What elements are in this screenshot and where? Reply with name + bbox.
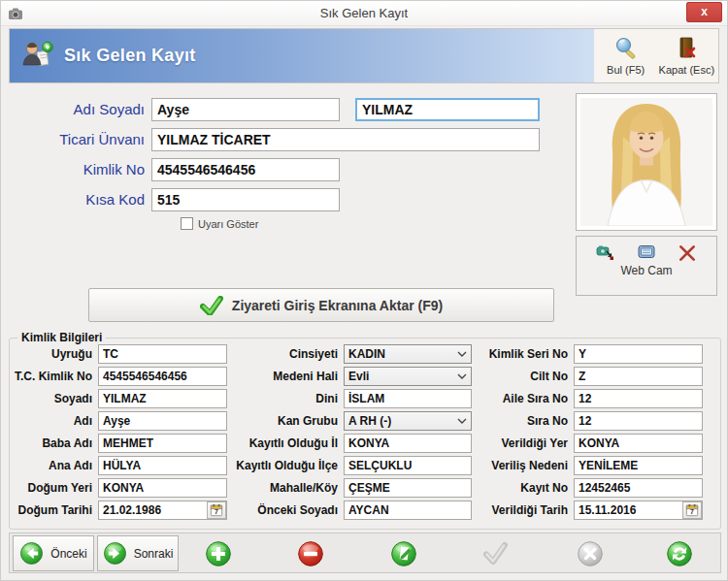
- field-label: Dini: [230, 392, 344, 405]
- field-label: Kimlik Seri No: [465, 347, 574, 361]
- issue-place-input[interactable]: [574, 434, 703, 453]
- camera-capture-icon: [596, 243, 615, 261]
- identity-column-1: Uyruğu T.C. Kimlik No Soyadı Adı Baba Ad…: [11, 342, 227, 521]
- field-label: Medeni Hali: [230, 370, 344, 383]
- app-window: Sık Gelen Kayıt x Sık Gelen Kayıt: [0, 0, 728, 581]
- first-name-input[interactable]: [151, 98, 340, 121]
- calendar-icon: 7: [685, 503, 699, 517]
- tc-id-input[interactable]: [98, 367, 227, 386]
- person-add-icon: [19, 39, 54, 74]
- add-record-button[interactable]: [205, 540, 232, 567]
- refresh-button[interactable]: [666, 540, 693, 567]
- previous-arrow-icon: [19, 541, 44, 565]
- field-label: Cilt No: [465, 370, 574, 383]
- registered-district-input[interactable]: [344, 456, 472, 475]
- window-close-button[interactable]: x: [686, 2, 722, 22]
- birth-place-input[interactable]: [98, 478, 227, 498]
- confirm-button[interactable]: [481, 540, 509, 567]
- blood-type-select[interactable]: A RH (-): [344, 411, 472, 431]
- svg-text:7: 7: [215, 508, 218, 515]
- close-form-button-label: Kapat (Esc): [659, 64, 714, 76]
- surname-input[interactable]: [98, 389, 227, 408]
- delete-record-button[interactable]: [297, 540, 324, 567]
- visitor-photo: [580, 98, 712, 226]
- warning-checkbox-label: Uyarı Göster: [198, 218, 258, 230]
- next-record-button[interactable]: Sonraki: [97, 535, 179, 571]
- short-code-label: Kısa Kod: [18, 188, 145, 211]
- field-label: T.C. Kimlik No: [11, 370, 98, 383]
- record-no-input[interactable]: [574, 478, 703, 498]
- previous-surname-input[interactable]: [344, 500, 472, 520]
- mother-name-input[interactable]: [98, 456, 227, 475]
- short-code-input[interactable]: [151, 188, 340, 211]
- family-order-no-input[interactable]: [574, 389, 703, 408]
- window-title: Sık Gelen Kayıt: [1, 6, 727, 20]
- registered-province-input[interactable]: [344, 434, 472, 453]
- name-input[interactable]: [98, 411, 227, 431]
- religion-input[interactable]: [344, 389, 472, 408]
- clear-photo-button[interactable]: [678, 243, 697, 261]
- webcam-label: Web Cam: [577, 264, 716, 277]
- field-label: Kayıtlı Olduğu İl: [230, 436, 344, 450]
- trade-name-input[interactable]: [151, 128, 540, 151]
- volume-no-input[interactable]: [574, 367, 703, 386]
- field-label: Veriliş Nedeni: [465, 459, 574, 472]
- marital-status-value: Evli: [348, 370, 369, 383]
- transfer-to-entry-button[interactable]: Ziyareti Giriş Ekranına Aktar (F9): [88, 288, 554, 322]
- previous-button-label: Önceki: [50, 547, 86, 561]
- webcam-button[interactable]: [637, 243, 656, 261]
- field-label: Ana Adı: [11, 459, 98, 472]
- field-label: Doğum Tarihi: [11, 503, 98, 517]
- warning-checkbox[interactable]: [181, 217, 193, 230]
- birth-date-calendar-button[interactable]: 7: [207, 501, 226, 519]
- last-name-input[interactable]: [355, 98, 540, 121]
- warning-checkbox-row: Uyarı Göster: [181, 217, 258, 230]
- gender-select[interactable]: KADIN: [344, 344, 472, 364]
- field-label: Mahalle/Köy: [230, 481, 344, 495]
- find-button[interactable]: Bul (F5): [597, 36, 655, 76]
- header-actions: Bul (F5) Kapat (Esc): [594, 29, 718, 82]
- next-button-label: Sonraki: [134, 547, 174, 561]
- page-title: Sık Gelen Kayıt: [64, 46, 196, 66]
- village-input[interactable]: [344, 478, 472, 498]
- previous-record-button[interactable]: Önceki: [13, 535, 94, 571]
- photo-panel: [576, 93, 717, 231]
- field-label: Verildiği Yer: [465, 436, 574, 450]
- issue-reason-input[interactable]: [574, 456, 703, 475]
- field-label: Cinsiyeti: [230, 347, 344, 361]
- close-form-button[interactable]: Kapat (Esc): [657, 36, 715, 76]
- issue-date-calendar-button[interactable]: 7: [682, 501, 702, 519]
- order-no-input[interactable]: [574, 411, 703, 431]
- edit-record-button[interactable]: [390, 540, 417, 567]
- blood-type-value: A RH (-): [348, 414, 391, 428]
- calendar-icon: 7: [210, 503, 223, 517]
- clear-x-icon: [678, 243, 697, 263]
- marital-status-select[interactable]: Evli: [344, 367, 472, 386]
- capture-photo-button[interactable]: [596, 243, 615, 261]
- field-label: Aile Sıra No: [465, 392, 574, 405]
- exit-book-icon: [674, 36, 699, 61]
- delete-icon: [297, 540, 324, 567]
- identity-column-3: Kimlik Seri No Cilt No Aile Sıra No Sıra…: [465, 342, 703, 521]
- confirm-check-icon: [481, 540, 509, 567]
- identity-column-2: Cinsiyeti KADIN Medeni Hali Evli Dini Ka…: [230, 342, 472, 521]
- cancel-x-icon: [577, 540, 604, 567]
- field-label: Kayıtlı Olduğu İlçe: [230, 459, 344, 472]
- field-label: Soyadı: [11, 392, 98, 405]
- nationality-input[interactable]: [98, 344, 227, 364]
- id-serial-input[interactable]: [574, 344, 703, 364]
- cancel-button[interactable]: [577, 540, 604, 567]
- father-name-input[interactable]: [98, 434, 227, 453]
- field-label: Adı: [11, 414, 98, 428]
- field-label: Kayıt No: [465, 481, 574, 495]
- bottom-toolbar: Önceki Sonraki: [9, 533, 721, 573]
- field-label: Kan Grubu: [230, 414, 344, 428]
- edit-icon: [390, 540, 417, 567]
- field-label: Uyruğu: [11, 347, 98, 361]
- name-label: Adı Soyadı: [18, 98, 145, 121]
- field-label: Verildiği Tarih: [465, 503, 574, 517]
- titlebar: Sık Gelen Kayıt x: [1, 1, 727, 26]
- identity-no-input[interactable]: [151, 158, 340, 181]
- webcam-icon: [637, 243, 656, 261]
- gender-value: KADIN: [348, 347, 385, 361]
